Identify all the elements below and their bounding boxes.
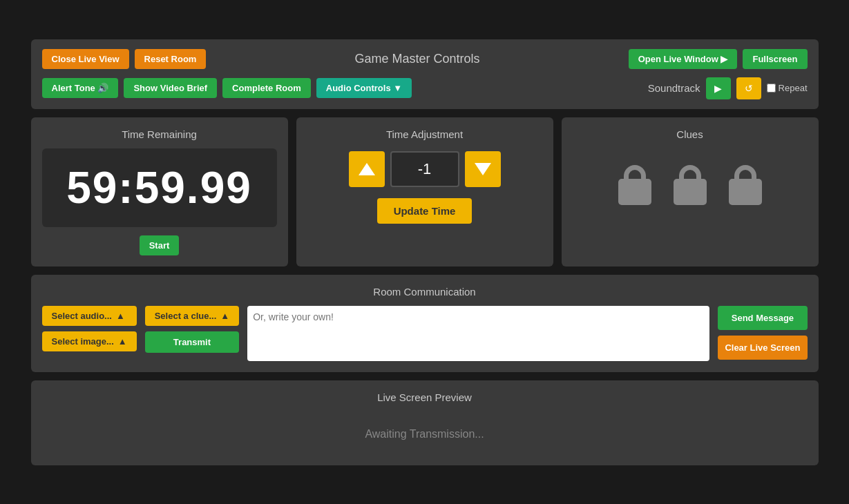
lock-body-2 (674, 179, 707, 205)
lock-icon-1 (614, 165, 656, 213)
room-comm-right: Send Message Clear Live Screen (718, 306, 807, 360)
clues-panel: Clues (562, 117, 819, 266)
play-icon: ▶ (714, 83, 722, 94)
select-audio-button[interactable]: Select audio... ▲ (42, 306, 137, 326)
awaiting-transmission-text: Awaiting Transmission... (365, 414, 484, 454)
clear-live-screen-button[interactable]: Clear Live Screen (718, 336, 807, 360)
message-textarea[interactable] (247, 306, 709, 361)
lock-body-1 (618, 179, 651, 205)
audio-controls-button[interactable]: Audio Controls ▼ (316, 78, 412, 98)
repeat-label: Repeat (779, 83, 808, 93)
start-button[interactable]: Start (140, 235, 180, 255)
reset-room-button[interactable]: Reset Room (135, 49, 207, 69)
send-message-button[interactable]: Send Message (718, 306, 807, 330)
repeat-checkbox[interactable] (767, 84, 776, 93)
main-container: Close Live View Reset Room Game Master C… (31, 39, 819, 465)
room-communication-panel: Room Communication Select audio... ▲ Sel… (31, 275, 819, 372)
game-master-controls-title: Game Master Controls (206, 52, 628, 66)
time-adjustment-title: Time Adjustment (386, 128, 463, 140)
down-arrow-icon (475, 163, 491, 175)
audio-dropdown-arrow: ▲ (116, 311, 125, 321)
room-comm-controls: Select audio... ▲ Select image... ▲ Sele… (42, 306, 808, 361)
fullscreen-button[interactable]: Fullscreen (743, 49, 807, 69)
top-bar-right: Open Live Window ▶ Fullscreen (629, 49, 808, 69)
soundtrack-label: Soundtrack (648, 82, 700, 94)
time-remaining-panel: Time Remaining 59:59.99 Start (31, 117, 288, 266)
close-live-view-button[interactable]: Close Live View (42, 49, 129, 69)
middle-row: Time Remaining 59:59.99 Start Time Adjus… (31, 117, 819, 266)
lock-shackle-3 (734, 165, 756, 180)
transmit-button[interactable]: Transmit (145, 331, 239, 353)
room-comm-left: Select audio... ▲ Select image... ▲ (42, 306, 137, 351)
top-bar: Close Live View Reset Room Game Master C… (31, 39, 819, 109)
up-arrow-icon (359, 163, 375, 175)
top-bar-left: Close Live View Reset Room (42, 49, 207, 69)
clue-dropdown-arrow: ▲ (220, 311, 229, 321)
lock-body-3 (729, 179, 762, 205)
repeat-container: Repeat (767, 83, 808, 93)
top-bar-row2: Alert Tone 🔊 Show Video Brief Complete R… (42, 77, 808, 99)
lock-shackle-1 (624, 165, 646, 180)
lock-icon-2 (669, 165, 711, 213)
lock-icon-3 (725, 165, 766, 213)
time-display-wrapper: 59:59.99 (42, 148, 277, 227)
time-increment-button[interactable] (349, 151, 385, 187)
live-screen-preview-panel: Live Screen Preview Awaiting Transmissio… (31, 380, 819, 465)
clues-title: Clues (676, 128, 703, 140)
complete-room-button[interactable]: Complete Room (222, 78, 311, 98)
room-communication-title: Room Communication (42, 286, 808, 298)
time-adj-value: -1 (390, 151, 459, 187)
live-preview-title: Live Screen Preview (377, 391, 472, 403)
room-comm-middle: Select a clue... ▲ Transmit (145, 306, 239, 353)
time-display: 59:59.99 (63, 162, 256, 213)
soundtrack-controls: Soundtrack ▶ ↺ Repeat (648, 77, 808, 99)
time-remaining-title: Time Remaining (122, 128, 197, 140)
time-adjustment-panel: Time Adjustment -1 Update Time (296, 117, 553, 266)
open-live-window-button[interactable]: Open Live Window ▶ (629, 49, 738, 69)
lock-shackle-2 (679, 165, 701, 180)
select-clue-button[interactable]: Select a clue... ▲ (145, 306, 239, 326)
soundtrack-refresh-button[interactable]: ↺ (736, 77, 761, 99)
show-video-brief-button[interactable]: Show Video Brief (124, 78, 217, 98)
refresh-icon: ↺ (745, 83, 753, 94)
time-adj-controls: -1 (349, 151, 501, 187)
alert-tone-button[interactable]: Alert Tone 🔊 (42, 78, 119, 98)
top-bar-row1: Close Live View Reset Room Game Master C… (42, 49, 808, 69)
image-dropdown-arrow: ▲ (118, 336, 127, 347)
update-time-button[interactable]: Update Time (377, 198, 473, 224)
clues-icons (614, 151, 766, 227)
time-decrement-button[interactable] (465, 151, 501, 187)
soundtrack-play-button[interactable]: ▶ (706, 77, 731, 99)
top-bar-controls-left: Alert Tone 🔊 Show Video Brief Complete R… (42, 78, 412, 98)
select-image-button[interactable]: Select image... ▲ (42, 331, 137, 351)
